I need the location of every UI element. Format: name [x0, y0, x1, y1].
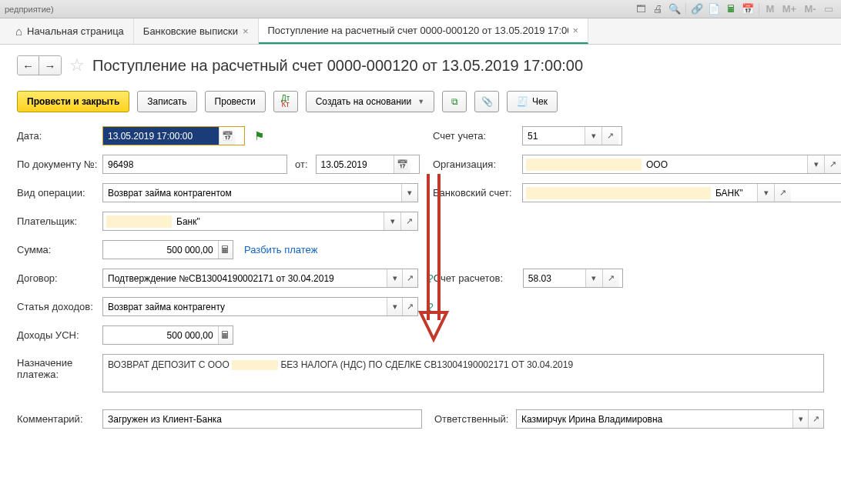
calendar-icon [397, 159, 408, 170]
link-icon[interactable]: 🔗 [689, 2, 705, 16]
date-field[interactable] [102, 126, 245, 145]
calc-button[interactable] [218, 241, 233, 259]
dropdown-button[interactable] [585, 269, 602, 287]
split-payment-link[interactable]: Разбить платеж [244, 244, 317, 255]
chevron-down-icon [591, 131, 596, 141]
tab-receipt[interactable]: Поступление на расчетный счет 0000-00012… [259, 18, 589, 44]
responsible-field[interactable] [516, 409, 824, 429]
payer-field[interactable] [102, 212, 418, 231]
calculator-icon [220, 244, 230, 255]
search-icon[interactable]: 🔍 [667, 2, 682, 16]
dropdown-button[interactable] [401, 184, 417, 202]
account-input[interactable] [523, 127, 585, 145]
responsible-input[interactable] [517, 410, 792, 428]
dropdown-button[interactable] [757, 184, 774, 202]
action-toolbar: Провести и закрыть Записать Провести ДтК… [17, 91, 824, 112]
new-icon[interactable]: 🗔 [633, 2, 648, 16]
tab-bank-statements[interactable]: Банковские выписки × [134, 18, 259, 44]
attach-button[interactable]: 📎 [474, 91, 499, 112]
dropdown-button[interactable] [387, 269, 402, 287]
contract-input[interactable] [103, 269, 387, 287]
doc-date-field[interactable] [316, 155, 420, 174]
window-title-fragment: редприятие) [5, 5, 54, 14]
calendar-icon[interactable]: 📅 [740, 2, 756, 16]
calendar-button[interactable] [219, 127, 236, 145]
bank-acc-input[interactable] [711, 184, 757, 202]
purpose-field[interactable]: ВОЗВРАТ ДЕПОЗИТ С ООО БЕЗ НАЛОГА (НДС) П… [102, 354, 824, 392]
tab-label: Банковские выписки [143, 25, 238, 37]
tab-home[interactable]: ⌂ Начальная страница [6, 18, 134, 44]
open-button[interactable] [402, 298, 417, 315]
check-button[interactable]: 🧾Чек [507, 91, 558, 112]
posted-flag-icon[interactable]: ⚑ [254, 129, 264, 143]
sum-input[interactable] [103, 241, 218, 259]
forward-button[interactable]: → [39, 56, 61, 75]
dropdown-button[interactable] [387, 298, 402, 315]
settle-acc-field[interactable] [523, 269, 623, 288]
bank-acc-field[interactable] [522, 183, 841, 202]
income-field[interactable] [102, 297, 418, 316]
calc-button[interactable] [218, 326, 233, 344]
home-icon: ⌂ [15, 25, 22, 38]
collapse-icon[interactable]: ▭ [821, 2, 836, 16]
org-field[interactable] [522, 155, 841, 174]
open-button[interactable] [808, 410, 823, 428]
calculator-icon[interactable]: 🖩 [723, 2, 739, 16]
chevron-down-icon [407, 188, 412, 198]
dtkt-button[interactable]: ДтКт [273, 91, 298, 112]
label-settle-acc: Счет расчетов: [434, 272, 518, 284]
help-icon[interactable]: ? [427, 272, 434, 285]
open-button[interactable] [602, 269, 619, 287]
open-button[interactable] [774, 184, 791, 202]
doc-icon[interactable]: 📄 [706, 2, 722, 16]
dropdown-button[interactable] [792, 410, 808, 428]
close-icon[interactable]: × [573, 25, 579, 36]
op-type-input[interactable] [103, 184, 401, 202]
header-row: ← → ☆ Поступление на расчетный счет 0000… [17, 55, 824, 75]
structure-button[interactable]: ⧉ [442, 91, 467, 112]
contract-field[interactable] [102, 269, 418, 288]
payer-input[interactable] [172, 212, 384, 230]
scale-m[interactable]: M [762, 2, 778, 16]
comment-field[interactable] [102, 409, 422, 429]
back-button[interactable]: ← [18, 56, 39, 75]
post-button[interactable]: Провести [205, 91, 266, 112]
date-input[interactable] [103, 127, 219, 145]
print-icon[interactable]: 🖨 [650, 2, 665, 16]
usn-input[interactable] [103, 326, 218, 344]
calendar-button[interactable] [394, 155, 410, 173]
chevron-down-icon [799, 414, 803, 424]
open-button[interactable] [400, 212, 417, 230]
usn-field[interactable] [102, 325, 233, 345]
save-button[interactable]: Записать [137, 91, 196, 112]
open-button[interactable] [824, 155, 841, 173]
dropdown-button[interactable] [384, 212, 400, 230]
open-button[interactable] [402, 269, 417, 287]
scale-m-minus[interactable]: M- [801, 2, 819, 16]
purpose-text[interactable]: ВОЗВРАТ ДЕПОЗИТ С ООО БЕЗ НАЛОГА (НДС) П… [103, 355, 823, 392]
create-based-button[interactable]: Создать на основании▼ [306, 91, 434, 112]
op-type-field[interactable] [102, 183, 418, 202]
comment-input[interactable] [103, 410, 421, 428]
income-input[interactable] [103, 298, 387, 315]
dropdown-button[interactable] [807, 155, 824, 173]
account-field[interactable] [522, 126, 622, 145]
open-icon [813, 414, 819, 424]
settle-acc-input[interactable] [524, 269, 585, 287]
scale-m-plus[interactable]: M+ [779, 2, 799, 16]
close-icon[interactable]: × [243, 25, 249, 37]
dtkt-icon: ДтКт [281, 95, 290, 108]
help-icon[interactable]: ? [427, 301, 434, 313]
sum-field[interactable] [102, 240, 233, 259]
post-and-close-button[interactable]: Провести и закрыть [17, 91, 129, 112]
doc-date-input[interactable] [317, 155, 394, 173]
label-op-type: Вид операции: [17, 187, 98, 199]
org-input[interactable] [642, 155, 807, 173]
label-account: Счет учета: [433, 130, 518, 142]
dropdown-button[interactable] [585, 127, 601, 145]
doc-number-input[interactable] [103, 155, 286, 173]
favorite-star-icon[interactable]: ☆ [69, 55, 85, 75]
doc-number-field[interactable] [102, 155, 287, 174]
open-button[interactable] [601, 127, 618, 145]
window-titlebar: редприятие) 🗔 🖨 🔍 🔗 📄 🖩 📅 M M+ M- ▭ [0, 0, 841, 18]
